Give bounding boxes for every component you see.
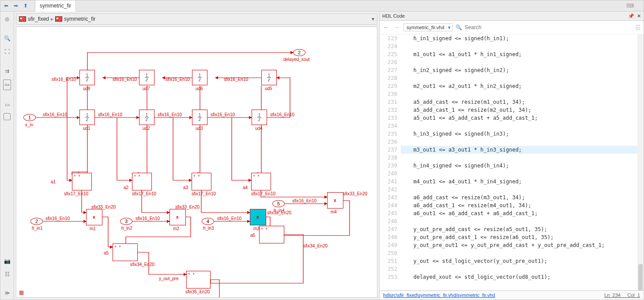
code-line[interactable]: 226 bbox=[380, 58, 644, 66]
code-line[interactable]: 231 a5_add_cast <= resize(m1_out1, 34); bbox=[380, 98, 644, 106]
block-y-out-pre[interactable]: ++ bbox=[186, 271, 211, 289]
code-line[interactable]: 224 bbox=[380, 42, 644, 50]
block-m1[interactable]: x bbox=[86, 209, 102, 225]
code-line[interactable]: 238 bbox=[380, 154, 644, 162]
code-nav-forward-icon[interactable]: → bbox=[393, 23, 401, 31]
inport-h-in1[interactable]: 2 bbox=[30, 218, 43, 225]
palette-fit-icon[interactable]: ⛶ bbox=[2, 47, 12, 57]
palette-box-icon[interactable] bbox=[4, 113, 11, 120]
block-a5[interactable]: ++ bbox=[113, 243, 138, 261]
code-line[interactable]: 225 m1_out1 <= a1_out1 * h_in1_signed; bbox=[380, 50, 644, 58]
code-nav-back-icon[interactable]: ← bbox=[382, 23, 390, 31]
breadcrumb-leaf[interactable]: symmetric_fir bbox=[64, 16, 95, 22]
model-canvas[interactable]: 1 x_in 2 h_in1 3 h_in2 4 h_in3 5 h_in4 2… bbox=[16, 27, 377, 298]
code-line[interactable]: 235 h_in3_signed <= signed(h_in3); bbox=[380, 130, 644, 138]
code-line[interactable]: 247 y_out_pre_add_cast <= resize(a5_out1… bbox=[380, 225, 644, 233]
code-line[interactable]: 252 bbox=[380, 265, 644, 273]
palette-nav-target-icon[interactable]: ◎ bbox=[2, 14, 12, 24]
block-a6[interactable]: ++ bbox=[259, 226, 284, 243]
block-m4[interactable]: x bbox=[327, 192, 343, 209]
code-line[interactable]: 227 h_in2_signed <= signed(h_in2); bbox=[380, 66, 644, 74]
palette-collapse-icon[interactable]: ≫ bbox=[2, 288, 12, 298]
block-ud8[interactable]: 1z bbox=[79, 70, 95, 85]
code-line[interactable]: 240 bbox=[380, 170, 644, 178]
code-line[interactable]: 223 h_in1_signed <= signed(h_in1); bbox=[380, 34, 644, 42]
palette-image-icon[interactable]: ▭ bbox=[2, 100, 12, 110]
code-line[interactable]: 245 a6_out1 <= a6_add_cast + a6_add_cast… bbox=[380, 209, 644, 217]
palette-step-icon[interactable]: ⇉ bbox=[2, 66, 12, 76]
code-line[interactable]: 248 y_out_pre_add_cast_1 <= resize(a6_ou… bbox=[380, 233, 644, 241]
block-ud4[interactable]: 1z bbox=[252, 110, 267, 125]
dtype-sig: sfix16_En10 bbox=[136, 216, 160, 221]
line-number: 236 bbox=[380, 138, 401, 146]
line-number: 242 bbox=[380, 186, 401, 194]
code-line[interactable]: 251 y_out <= std_logic_vector(y_out_pre_… bbox=[380, 257, 644, 265]
code-line[interactable]: 253 delayed_xout <= std_logic_vector(ud8… bbox=[380, 273, 644, 281]
label-a4: a4 bbox=[243, 185, 248, 190]
line-number: 250 bbox=[380, 249, 401, 257]
code-line[interactable]: 243 a6_add_cast <= resize(m3_out1, 34); bbox=[380, 194, 644, 201]
code-text: h_in2_signed <= signed(h_in2); bbox=[401, 66, 509, 74]
block-ud2[interactable]: 1z bbox=[139, 110, 154, 125]
model-icon bbox=[19, 16, 26, 22]
line-number: 249 bbox=[380, 241, 401, 249]
dtype-a4: sfix17_En10 bbox=[251, 191, 275, 196]
nav-forward-icon[interactable]: ➡ bbox=[12, 2, 20, 10]
dtype-m4: sfix33_En20 bbox=[343, 191, 367, 196]
block-ud1[interactable]: 1z bbox=[79, 110, 95, 125]
code-line[interactable]: 236 bbox=[380, 138, 644, 146]
block-ud3[interactable]: 1z bbox=[192, 110, 207, 125]
inport-h-in4[interactable]: 5 bbox=[272, 200, 285, 207]
file-dropdown[interactable]: symmetric_fir.vhd bbox=[403, 23, 453, 31]
close-icon[interactable]: ✕ bbox=[637, 13, 641, 19]
code-text bbox=[401, 138, 407, 146]
code-line[interactable]: 239 h_in4_signed <= signed(h_in4); bbox=[380, 162, 644, 170]
code-line[interactable]: 246 bbox=[380, 217, 644, 225]
code-line[interactable]: 242 bbox=[380, 186, 644, 194]
block-m3[interactable]: x bbox=[250, 209, 266, 225]
palette-camera-icon[interactable]: 📷 bbox=[2, 256, 12, 266]
block-a4[interactable]: ++ bbox=[251, 173, 271, 190]
code-search-input[interactable] bbox=[464, 24, 633, 31]
block-a1[interactable]: ++ bbox=[72, 173, 92, 190]
status-path[interactable]: hdlsrc\sfir_fixed\symmetric_fir.vhd/symm… bbox=[383, 292, 495, 298]
block-a3[interactable]: ++ bbox=[192, 173, 211, 190]
code-options-icon[interactable]: ☰ bbox=[635, 24, 641, 31]
block-ud7[interactable]: 1z bbox=[139, 70, 154, 85]
search-icon[interactable]: 🔍 bbox=[456, 24, 462, 30]
scrollbar[interactable] bbox=[637, 34, 644, 290]
code-line[interactable]: 230 bbox=[380, 90, 644, 98]
code-line[interactable]: 244 a6_add_cast_1 <= resize(m4_out1, 34)… bbox=[380, 201, 644, 209]
code-line[interactable]: 249 y_out_pre_out1 <= y_out_pre_add_cast… bbox=[380, 241, 644, 249]
code-line[interactable]: 233 a5_out1 <= a5_add_cast + a5_add_cast… bbox=[380, 114, 644, 122]
block-ud5[interactable]: 1z bbox=[261, 70, 277, 85]
code-line[interactable]: 229 m2_out1 <= a2_out1 * h_in2_signed; bbox=[380, 82, 644, 90]
pin-icon[interactable]: 📌 bbox=[628, 13, 634, 19]
inport-x-in[interactable]: 1 bbox=[23, 114, 36, 121]
document-tab[interactable]: symmetric_fir bbox=[35, 0, 76, 11]
code-viewer[interactable]: 223 h_in1_signed <= signed(h_in1);224225… bbox=[380, 34, 644, 290]
breadcrumb-dropdown-icon[interactable]: ▾ bbox=[372, 16, 374, 22]
inport-h-in3[interactable]: 4 bbox=[202, 218, 214, 225]
breadcrumb-root[interactable]: sfir_fixed bbox=[28, 16, 49, 22]
nav-up-icon[interactable]: ⬆ bbox=[22, 2, 30, 10]
block-m2[interactable]: x bbox=[169, 209, 186, 225]
outport-y-out[interactable]: 1 bbox=[225, 297, 237, 298]
line-number: 238 bbox=[380, 154, 401, 162]
palette-lib-icon[interactable]: ☷ bbox=[2, 270, 12, 279]
code-line[interactable]: 228 bbox=[380, 74, 644, 82]
code-line[interactable]: 250 bbox=[380, 249, 644, 257]
palette-zoom-icon[interactable]: 🔍 bbox=[2, 34, 12, 43]
nav-back-icon[interactable]: ⬅ bbox=[2, 2, 10, 10]
code-line[interactable]: 237 m3_out1 <= a3_out1 * h_in3_signed; bbox=[380, 146, 644, 154]
keyboard-shortcuts-icon[interactable]: ⌨ bbox=[626, 3, 634, 9]
inport-h-in2[interactable]: 3 bbox=[120, 218, 132, 225]
palette-annotate-icon[interactable]: A≡ bbox=[3, 80, 11, 90]
block-ud6[interactable]: 1z bbox=[192, 70, 207, 85]
code-line[interactable]: 232 a5_add_cast_1 <= resize(m2_out1, 34)… bbox=[380, 106, 644, 114]
block-a2[interactable]: ++ bbox=[132, 173, 152, 190]
code-line[interactable]: 234 bbox=[380, 122, 644, 130]
outport-delayed-xout[interactable]: 2 bbox=[293, 49, 305, 56]
hdl-panel-header: HDL Code 📌 ✕ bbox=[380, 11, 644, 21]
code-line[interactable]: 241 m4_out1 <= a4_out1 * h_in4_signed; bbox=[380, 178, 644, 186]
